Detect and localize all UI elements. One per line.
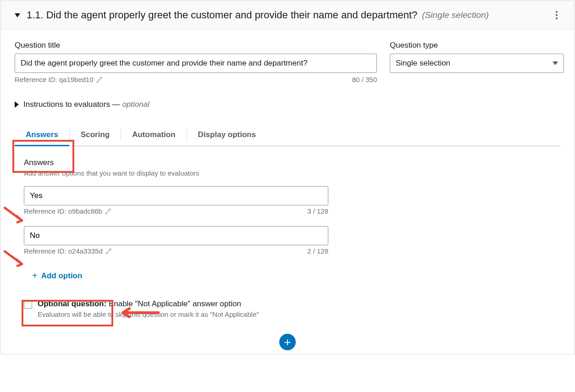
question-title-input[interactable] [15,54,377,73]
tabs: Answers Scoring Automation Display optio… [15,124,560,146]
pencil-icon[interactable] [96,77,103,83]
kebab-menu-button[interactable] [553,11,560,19]
add-question-fab[interactable]: + [279,334,296,350]
answer-counter-2: 2 / 128 [307,247,328,255]
optional-hint: optional [120,100,149,109]
question-header[interactable]: 1.1. Did the agent properly greet the cu… [1,1,574,30]
answer-counter-1: 3 / 128 [307,207,328,215]
instructions-toggle[interactable]: Instructions to evaluators — optional [15,100,560,109]
chevron-down-icon [553,61,558,65]
question-title-text: Did the agent properly greet the custome… [46,9,418,21]
optional-question-checkbox[interactable] [24,300,32,309]
question-title-label: Question title [15,41,377,50]
optional-question-sub: Evaluators will be able to skip this que… [38,310,259,318]
question-ref-id: Reference ID: qa19bed10 [15,76,94,83]
plus-icon: + [284,336,291,348]
add-option-label: Add option [41,271,83,281]
tab-display-options[interactable]: Display options [187,124,267,146]
tab-automation[interactable]: Automation [121,124,186,146]
answers-subtext: Add answer options that you want to disp… [24,169,551,177]
pencil-icon[interactable] [105,248,112,254]
question-panel: 1.1. Did the agent properly greet the cu… [0,0,575,354]
question-type-value: Single selection [396,59,450,68]
expand-icon [15,101,19,108]
tab-answers[interactable]: Answers [15,124,69,146]
answers-heading: Answers [24,158,551,167]
optional-question-bold: Optional question: [38,299,106,308]
answer-ref-id-1: Reference ID: o9badc86b [24,207,102,215]
pencil-icon[interactable] [105,208,111,215]
question-type-label: Question type [390,41,564,50]
plus-icon: + [32,271,38,281]
title-char-counter: 80 / 350 [352,76,377,83]
collapse-icon[interactable] [15,13,20,17]
answer-ref-id-2: Reference ID: o24a3335d [24,247,103,255]
instructions-label: Instructions to evaluators — [23,100,120,109]
question-type-select[interactable]: Single selection [390,54,564,73]
answer-option-input-2[interactable] [24,226,328,245]
answer-option-input-1[interactable] [24,186,328,205]
add-option-button[interactable]: + Add option [24,266,90,286]
tab-scoring[interactable]: Scoring [70,124,121,146]
question-number: 1.1. [27,9,44,21]
question-type-hint: (Single selection) [422,10,489,20]
optional-question-text: Enable "Not Applicable" answer option [106,299,241,308]
kebab-icon [556,11,558,19]
